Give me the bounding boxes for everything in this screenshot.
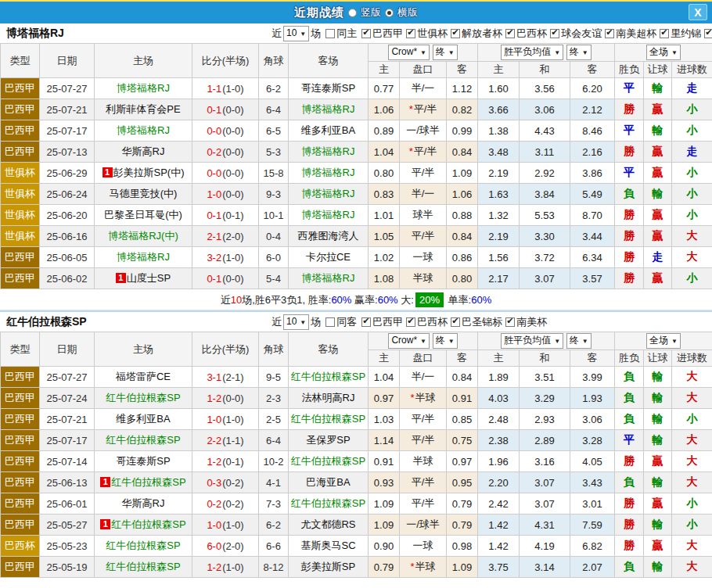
result-goals: 大: [672, 536, 712, 557]
checkbox-icon[interactable]: [361, 317, 371, 327]
league-type-badge: 巴西甲: [1, 120, 40, 142]
handicap-line: 半球: [400, 451, 447, 472]
handicap-line: 平/半: [400, 163, 447, 184]
home-team-name: 博塔福格RJ: [117, 124, 170, 136]
radio-horizontal-layout[interactable]: [385, 9, 394, 17]
odds-provider-select[interactable]: Crow*: [388, 333, 430, 349]
handicap-text: 半球: [413, 272, 433, 284]
avg-draw-odds: 4.43: [520, 120, 570, 142]
halftime-score: (1-0): [222, 414, 243, 425]
scope-select[interactable]: 全场: [646, 333, 681, 349]
checkbox-icon[interactable]: [660, 29, 669, 38]
result-goals: 大: [672, 247, 712, 268]
summary-part: 赢率:: [351, 294, 377, 306]
checkbox-icon[interactable]: [505, 29, 515, 38]
result-wdl: 負: [615, 557, 644, 578]
away-team-name: 尤文都德RS: [300, 518, 355, 530]
avg-final-select[interactable]: 终: [566, 333, 592, 349]
same-venue-filter[interactable]: 同主: [325, 27, 357, 41]
handicap-home-odds: 1.08: [369, 268, 400, 289]
checkbox-icon[interactable]: [325, 29, 335, 38]
avg-draw-odds: 3.06: [520, 99, 570, 120]
avg-home-odds: 1.32: [478, 205, 520, 226]
close-button[interactable]: X: [689, 4, 707, 20]
halftime-score: (0-1): [222, 456, 243, 468]
league-filter-checkbox[interactable]: 南美杯: [505, 315, 547, 329]
avg-odds-select[interactable]: 胜平负均值: [501, 45, 563, 60]
league-filter-checkbox[interactable]: 里约锦: [660, 27, 701, 41]
radio-horizontal-label[interactable]: 横版: [397, 5, 418, 20]
league-filter-label: 世俱杯: [417, 27, 448, 41]
league-filter-checkbox[interactable]: 巴西杯: [505, 27, 547, 41]
subcol-result-handicap: 让球: [644, 62, 672, 78]
league-type-badge: 巴西甲: [1, 451, 40, 472]
checkbox-icon[interactable]: [451, 317, 460, 327]
home-team-cell: 1红牛伯拉根森SP: [95, 472, 192, 493]
fulltime-score: 0-3: [207, 477, 221, 489]
home-team-name: 博塔福格RJ: [117, 82, 170, 94]
match-date: 25-07-14: [40, 451, 95, 472]
home-team-cell: 1山度士SP: [95, 268, 192, 289]
checkbox-icon[interactable]: [406, 317, 415, 327]
radio-vertical-label[interactable]: 竖版: [361, 5, 381, 20]
result-wdl: 負: [615, 409, 644, 430]
checkbox-icon[interactable]: [325, 317, 335, 327]
league-filter-checkbox[interactable]: 世俱杯: [406, 27, 448, 41]
subcol-avg-away: 客: [570, 350, 615, 367]
home-team-name: 博塔福格RJ(中): [108, 230, 178, 242]
league-filter-checkbox[interactable]: 巴西甲: [361, 27, 403, 41]
radio-vertical-layout[interactable]: [348, 9, 357, 17]
odds-final-select[interactable]: 终: [433, 333, 458, 349]
avg-home-odds: 2.38: [478, 430, 520, 451]
halftime-score: (1-0): [222, 519, 243, 531]
league-filter-checkbox[interactable]: 南美超杯: [605, 27, 656, 41]
home-team-cell: 华斯高RJ: [95, 493, 192, 514]
home-team-name: 维多利亚BA: [116, 413, 170, 425]
checkbox-icon[interactable]: [451, 29, 460, 38]
league-filter-checkbox[interactable]: 巴超杯: [704, 27, 712, 41]
away-team-name: 博塔福格RJ: [302, 167, 355, 178]
avg-away-odds: 6.82: [570, 536, 615, 557]
avg-away-odds: 3.86: [570, 163, 615, 184]
fulltime-score: 6-0: [207, 540, 221, 552]
corner-count: 2-3: [259, 388, 289, 409]
result-wdl: 勝: [615, 451, 644, 472]
away-team-cell: 红牛伯拉根森SP: [289, 493, 369, 514]
checkbox-icon[interactable]: [505, 317, 515, 327]
avg-odds-select[interactable]: 胜平负均值: [501, 333, 563, 349]
handicap-text: 平/半: [412, 167, 435, 178]
league-filter-checkbox[interactable]: 巴西杯: [406, 315, 448, 329]
games-count-select[interactable]: 10: [283, 26, 309, 41]
handicap-home-odds: 0.80: [369, 163, 400, 184]
result-wdl: 平: [615, 78, 644, 99]
scope-select[interactable]: 全场: [646, 45, 681, 60]
avg-away-odds: 3.44: [570, 226, 615, 247]
same-venue-filter[interactable]: 同客: [325, 315, 357, 329]
handicap-line: 半/一: [400, 184, 447, 205]
league-filter-checkbox[interactable]: 巴西甲: [361, 315, 403, 329]
league-filter-checkbox[interactable]: 解放者杯: [451, 27, 502, 41]
checkbox-icon[interactable]: [361, 29, 371, 38]
halftime-score: (0-2): [222, 477, 243, 489]
league-filter-checkbox[interactable]: 巴圣锦标: [451, 315, 502, 329]
handicap-away-odds: 0.98: [447, 536, 478, 557]
odds-provider-select[interactable]: Crow*: [388, 45, 430, 60]
league-filter-checkbox[interactable]: 球会友谊: [550, 27, 602, 41]
league-type-badge: 巴西甲: [1, 409, 40, 430]
result-handicap: 走: [644, 247, 672, 268]
handicap-star-icon: *: [410, 392, 414, 403]
league-type-badge: 世俱杯: [1, 163, 40, 184]
games-count-select[interactable]: 10: [283, 314, 309, 330]
home-team-name: 红牛伯拉根森SP: [111, 476, 185, 488]
handicap-away-odds: 1.09: [447, 163, 478, 184]
odds-final-select[interactable]: 终: [433, 45, 458, 60]
checkbox-icon[interactable]: [605, 29, 614, 38]
subcol-result-goals: 进球数: [672, 350, 712, 367]
handicap-line: 一球: [400, 247, 447, 268]
summary-part: 近: [221, 294, 231, 306]
checkbox-icon[interactable]: [704, 29, 712, 38]
avg-final-select[interactable]: 终: [566, 45, 592, 60]
avg-away-odds: 3.28: [570, 430, 615, 451]
checkbox-icon[interactable]: [406, 29, 415, 38]
checkbox-icon[interactable]: [550, 29, 559, 38]
